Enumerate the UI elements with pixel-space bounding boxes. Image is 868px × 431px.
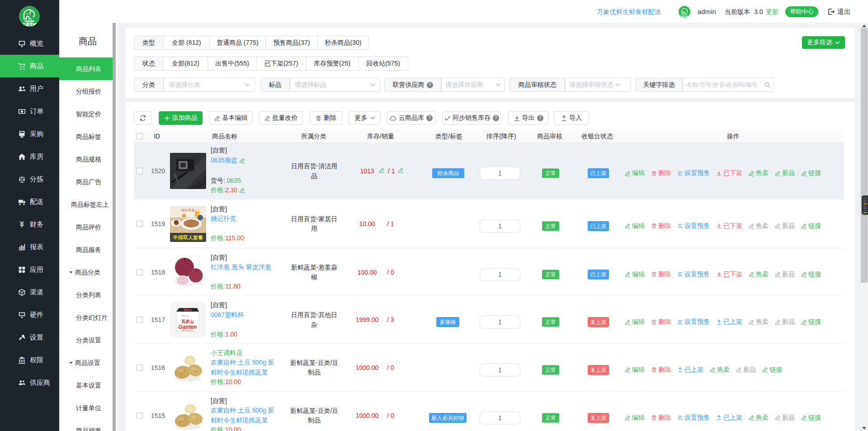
svg-text:366m×24: 366m×24 xyxy=(181,315,189,317)
svg-text:百岁山: 百岁山 xyxy=(183,308,192,312)
svg-text:百岁山: 百岁山 xyxy=(181,319,194,324)
svg-text:「好久不见」: 「好久不见」 xyxy=(179,208,198,212)
svg-text:牛排双人套餐: 牛排双人套餐 xyxy=(173,235,203,241)
svg-text:Ganten: Ganten xyxy=(178,324,197,330)
svg-text:万象优鲜: 万象优鲜 xyxy=(680,15,689,18)
svg-text:万象优鲜: 万象优鲜 xyxy=(22,23,37,27)
svg-text:景田 天然矿泉水: 景田 天然矿泉水 xyxy=(182,329,193,332)
